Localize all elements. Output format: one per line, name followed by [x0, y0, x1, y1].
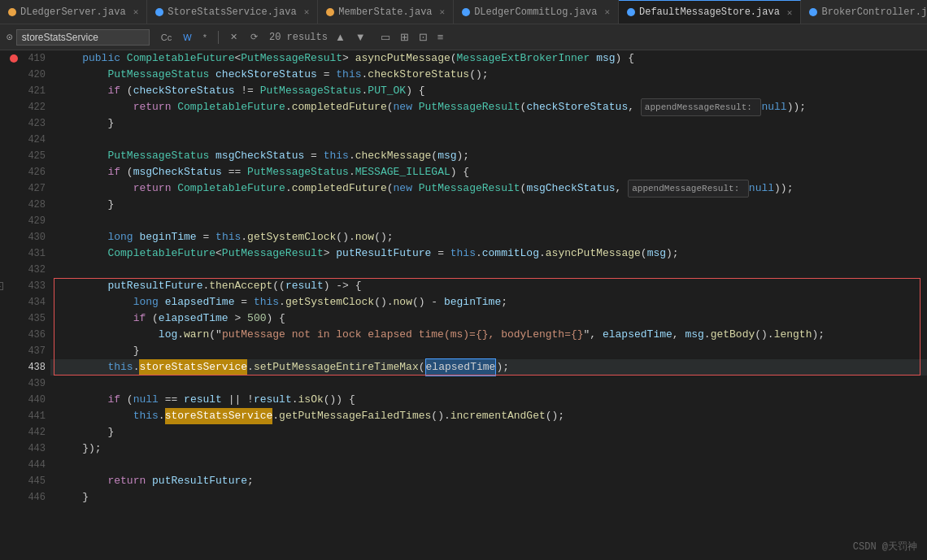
line-number: 422 [23, 102, 46, 113]
tab-label: DefaultMessageStore.java [639, 7, 780, 18]
replace-button[interactable]: ⟳ [246, 29, 263, 45]
gutter-row: 435 [0, 310, 50, 327]
line-number: 434 [23, 297, 46, 308]
regex-button[interactable]: * [198, 30, 211, 45]
line-number: 429 [23, 215, 46, 227]
tab-close[interactable]: ✕ [787, 7, 793, 18]
line-number: 435 [23, 313, 46, 324]
view-buttons: ▭ ⊞ ⊡ ≡ [376, 29, 448, 45]
breakpoint-area [8, 167, 20, 178]
line-number: 430 [23, 232, 46, 243]
tab-close[interactable]: ✕ [304, 7, 310, 17]
tab-memberstate[interactable]: MemberState.java ✕ [318, 0, 454, 24]
code-line: return CompletableFuture.completedFuture… [50, 180, 927, 197]
code-line: return putResultFuture; [50, 473, 927, 489]
line-number: 419 [23, 53, 46, 64]
fold-icon-area [0, 427, 5, 438]
breakpoint-area [8, 345, 20, 357]
fold-icon-area [0, 85, 5, 97]
gutter-row: 419 [0, 50, 50, 67]
gutter-row: 434 [0, 294, 50, 310]
gutter-row: 440 [0, 392, 50, 408]
code-area[interactable]: public CompletableFuture<PutMessageResul… [50, 50, 927, 560]
line-number: 439 [23, 378, 46, 389]
tab-defaultmessagestore[interactable]: DefaultMessageStore.java ✕ [619, 0, 801, 24]
tab-dledgercommitlog[interactable]: DLedgerCommitLog.java ✕ [454, 0, 619, 24]
gutter-row: 428 [0, 197, 50, 213]
code-line: PutMessageStatus checkStoreStatus = this… [50, 67, 927, 83]
gutter-row: 430 [0, 229, 50, 245]
breakpoint-area [8, 459, 20, 471]
code-line: this.storeStatsService.setPutMessageEnti… [50, 359, 927, 376]
tab-label: BrokerController.java [821, 7, 927, 18]
results-count: 20 results [269, 32, 328, 43]
code-line: if (elapsedTime > 500) { [50, 310, 927, 327]
highlighted-text-blue: elapsedTime [425, 358, 497, 376]
code-line [50, 132, 927, 148]
fold-icon-area [0, 199, 5, 211]
tab-close[interactable]: ✕ [604, 7, 610, 17]
code-line: if (null == result || !result.isOk()) { [50, 392, 927, 408]
gutter-row: −433 [0, 278, 50, 294]
tab-icon-blue [809, 8, 817, 16]
code-line: } [50, 424, 927, 441]
tab-close[interactable]: ✕ [133, 7, 139, 17]
line-number: 426 [23, 167, 46, 178]
close-search-button[interactable]: ✕ [225, 29, 242, 45]
line-number: 433 [23, 280, 46, 292]
code-line [50, 262, 927, 278]
tab-label: MemberState.java [338, 7, 432, 18]
tab-brokercontroller[interactable]: BrokerController.java ✕ [801, 0, 927, 24]
prev-result-button[interactable]: ▲ [331, 29, 350, 45]
breakpoint-dot[interactable] [10, 54, 18, 63]
tab-label: StoreStatsService.java [168, 7, 296, 18]
gutter-row: 445 [0, 473, 50, 489]
gutter-row: 426 [0, 164, 50, 180]
filter-button[interactable]: ≡ [433, 29, 448, 45]
search-input[interactable] [16, 29, 150, 46]
gutter-row: 439 [0, 376, 50, 392]
code-line: long beginTime = this.getSystemClock().n… [50, 229, 927, 245]
breakpoint-area [8, 362, 20, 373]
gutter-row: 441 [0, 408, 50, 424]
tab-label: DLedgerServer.java [20, 7, 126, 18]
wrap-button[interactable]: ⊡ [415, 29, 432, 45]
breakpoint-area [8, 492, 20, 503]
expand-button[interactable]: ⊞ [396, 29, 413, 45]
tab-icon-blue [462, 8, 470, 16]
tab-storestatsservice[interactable]: StoreStatsService.java ✕ [147, 0, 318, 24]
search-options: Cc W * [156, 30, 211, 45]
case-sensitive-button[interactable]: Cc [156, 30, 176, 45]
nav-buttons: ▲ ▼ [331, 29, 370, 45]
code-line: if (msgCheckStatus == PutMessageStatus.M… [50, 164, 927, 180]
breakpoint-area [8, 297, 20, 308]
fold-icon-area [0, 264, 5, 276]
gutter-row: 436 [0, 327, 50, 343]
line-number: 428 [23, 199, 46, 211]
tab-icon-orange [8, 8, 16, 16]
fold-icon-area [0, 232, 5, 243]
fold-icon-area [0, 69, 5, 80]
gutter-row: 427 [0, 180, 50, 197]
gutter-row: 446 [0, 489, 50, 506]
gutter-row: 429 [0, 213, 50, 229]
line-number: 440 [23, 394, 46, 406]
divider [218, 31, 219, 44]
line-number: 443 [23, 443, 46, 454]
tab-dledgerserver[interactable]: DLedgerServer.java ✕ [0, 0, 147, 24]
next-result-button[interactable]: ▼ [351, 29, 370, 45]
breakpoint-area [8, 118, 20, 129]
fold-icon[interactable]: − [0, 282, 3, 290]
fold-icon-area [0, 329, 5, 341]
collapse-button[interactable]: ▭ [376, 29, 394, 45]
line-number: 438 [23, 362, 46, 373]
breakpoint-area [8, 199, 20, 211]
breakpoint-area [8, 475, 20, 487]
tab-close[interactable]: ✕ [440, 7, 446, 17]
code-line: }); [50, 441, 927, 457]
line-number: 431 [23, 248, 46, 259]
code-line: return CompletableFuture.completedFuture… [50, 99, 927, 115]
whole-word-button[interactable]: W [178, 30, 196, 45]
fold-icon-area [0, 134, 5, 145]
gutter-row: 432 [0, 262, 50, 278]
